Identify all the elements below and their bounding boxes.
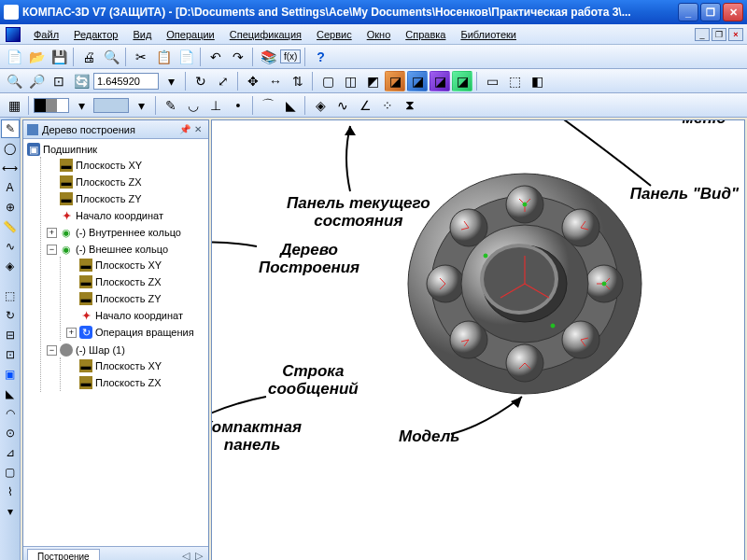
refresh-icon[interactable]: 🔄: [71, 71, 92, 91]
tree-rotation-op[interactable]: +↻Операция вращения: [64, 325, 206, 340]
dropdown-icon[interactable]: ▾: [131, 95, 151, 116]
nav-left-icon[interactable]: ◁: [180, 550, 191, 560]
sketch-icon[interactable]: ✎: [161, 95, 181, 116]
cp-chamfer-icon[interactable]: ◣: [1, 385, 20, 403]
shade1-icon[interactable]: ◪: [385, 71, 405, 91]
wireframe-icon[interactable]: ▢: [317, 71, 338, 91]
tree-close-icon[interactable]: ✕: [191, 123, 204, 136]
open-icon[interactable]: 📂: [26, 47, 47, 67]
section-icon[interactable]: ◧: [527, 71, 547, 91]
zoom-window-icon[interactable]: 🔍: [4, 71, 24, 91]
tree-origin[interactable]: ✦Начало координат: [45, 208, 206, 223]
curve-icon[interactable]: ∿: [332, 95, 353, 116]
cp-curve-icon[interactable]: ∿: [1, 237, 20, 256]
cp-param-icon[interactable]: ⊕: [1, 198, 20, 217]
fx-button[interactable]: f(x): [280, 49, 301, 63]
menu-operations[interactable]: Операции: [159, 26, 221, 43]
tree-plane-zy[interactable]: ▬Плоскость ZY: [45, 191, 206, 206]
grid-icon[interactable]: ▦: [4, 95, 24, 116]
preview-icon[interactable]: 🔍: [101, 47, 121, 67]
tree-plane-xy[interactable]: ▬Плоскость XY: [64, 258, 206, 273]
point-icon[interactable]: •: [228, 95, 248, 116]
tree-root-node[interactable]: ▣ Подшипник: [25, 142, 206, 157]
tree-plane-xy[interactable]: ▬Плоскость XY: [45, 158, 206, 173]
dropdown-icon[interactable]: ▾: [71, 95, 92, 116]
undo-icon[interactable]: ↶: [205, 47, 226, 67]
tree-plane-zx[interactable]: ▬Плоскость ZX: [45, 175, 206, 189]
perspective-icon[interactable]: ▭: [482, 71, 502, 91]
tree-origin[interactable]: ✦Начало координат: [64, 308, 206, 323]
tree-ball[interactable]: −(-) Шар (1): [45, 343, 206, 357]
zoom-scroll-icon[interactable]: ⇅: [288, 71, 308, 91]
cut-icon[interactable]: ✂: [131, 47, 151, 67]
zoom-in-icon[interactable]: 🔎: [26, 71, 47, 91]
mdi-minimize[interactable]: _: [695, 28, 710, 41]
cp-edit-icon[interactable]: ✎: [1, 119, 20, 138]
menu-window[interactable]: Окно: [359, 26, 399, 43]
shade-edge-icon[interactable]: ◩: [362, 71, 383, 91]
copy-icon[interactable]: 📋: [153, 47, 174, 67]
tree-plane-zx[interactable]: ▬Плоскость ZX: [64, 274, 206, 289]
zoom-value-input[interactable]: [93, 73, 159, 90]
tree-plane-zx[interactable]: ▬Плоскость ZX: [64, 375, 206, 390]
library-icon[interactable]: 📚: [258, 47, 278, 67]
help-icon[interactable]: ?: [310, 47, 331, 67]
mdi-close[interactable]: ×: [728, 28, 743, 41]
3d-view[interactable]: Главноеменю Панель "Вид" Панель текущего…: [211, 119, 745, 560]
print-icon[interactable]: 🖨: [78, 47, 99, 67]
move-icon[interactable]: ↔: [265, 71, 286, 91]
dropdown-icon[interactable]: ▾: [161, 71, 181, 91]
orient-icon[interactable]: ⤢: [213, 71, 233, 91]
shade2-icon[interactable]: ◪: [407, 71, 428, 91]
maximize-button[interactable]: ❐: [700, 3, 721, 21]
fill-color-swatch[interactable]: [93, 98, 129, 113]
menu-service[interactable]: Сервис: [309, 26, 359, 43]
cp-surface-icon[interactable]: ◈: [1, 257, 20, 275]
cp-geom-icon[interactable]: ◯: [1, 139, 20, 158]
menu-help[interactable]: Справка: [398, 26, 453, 43]
cp-text-icon[interactable]: A: [1, 178, 20, 197]
tree-plane-xy[interactable]: ▬Плоскость XY: [64, 358, 206, 373]
cp-shell-icon[interactable]: ▢: [1, 463, 20, 482]
collapse-icon[interactable]: −: [47, 345, 57, 356]
expand-icon[interactable]: +: [47, 228, 57, 238]
shade3-icon[interactable]: ◪: [430, 71, 450, 91]
menu-file[interactable]: Файл: [26, 26, 66, 43]
cp-rib-icon[interactable]: ⊿: [1, 443, 20, 462]
shade4-icon[interactable]: ◪: [452, 71, 472, 91]
menu-editor[interactable]: Редактор: [66, 26, 125, 43]
arc-icon[interactable]: ◡: [183, 95, 204, 116]
pin-icon[interactable]: 📌: [178, 123, 191, 136]
paste-icon[interactable]: 📄: [176, 47, 196, 67]
rotate-icon[interactable]: ↻: [190, 71, 211, 91]
round-icon[interactable]: ⌒: [258, 95, 278, 116]
tree-body[interactable]: ▣ Подшипник ▬Плоскость XY ▬Плоскость ZX …: [23, 139, 208, 546]
mirror-icon[interactable]: ⧗: [400, 95, 420, 116]
cp-measure-icon[interactable]: 📏: [1, 217, 20, 236]
cp-revolve-icon[interactable]: ↻: [1, 306, 20, 325]
pan-icon[interactable]: ✥: [243, 71, 263, 91]
menu-libraries[interactable]: Библиотеки: [453, 26, 524, 43]
simplify-icon[interactable]: ⬚: [504, 71, 525, 91]
doc-icon[interactable]: [6, 27, 21, 42]
minimize-button[interactable]: _: [678, 3, 698, 21]
line-color-swatch[interactable]: [34, 98, 69, 113]
cp-cut2-icon[interactable]: ⊡: [1, 345, 20, 364]
close-button[interactable]: ✕: [723, 3, 743, 21]
new-icon[interactable]: 📄: [4, 47, 24, 67]
pattern-icon[interactable]: ⁘: [377, 95, 398, 116]
tab-build[interactable]: Построение: [27, 549, 100, 561]
angle-icon[interactable]: ∠: [355, 95, 375, 116]
mdi-restore[interactable]: ❐: [712, 28, 726, 41]
zoom-fit-icon[interactable]: ⊡: [49, 71, 69, 91]
menu-specification[interactable]: Спецификация: [222, 26, 309, 43]
expand-icon[interactable]: +: [66, 328, 77, 338]
collapse-icon[interactable]: −: [47, 245, 57, 255]
cp-extrude-icon[interactable]: ⬚: [1, 287, 20, 305]
cp-dim-icon[interactable]: ⟷: [1, 159, 20, 177]
cp-hole-icon[interactable]: ⊙: [1, 424, 20, 442]
cp-down-icon[interactable]: ▾: [1, 502, 20, 521]
tree-plane-zy[interactable]: ▬Плоскость ZY: [64, 291, 206, 306]
save-icon[interactable]: 💾: [49, 47, 69, 67]
tree-outer-ring[interactable]: −◉(-) Внешнее кольцо: [45, 242, 206, 257]
